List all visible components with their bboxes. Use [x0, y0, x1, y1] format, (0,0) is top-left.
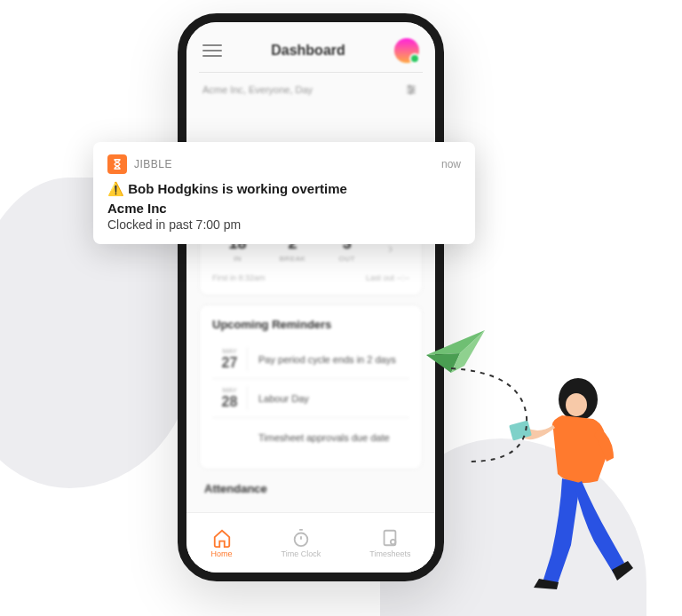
nav-timesheets-label: Timesheets [369, 549, 410, 558]
reminder-date: MAY 28 [212, 386, 248, 410]
reminder-month: MAY [212, 347, 247, 355]
attendance-heading: Attendance [186, 478, 435, 499]
first-in-text: First in 8:32am [212, 273, 266, 282]
timesheet-icon [380, 528, 400, 548]
reminder-text: Timesheet approvals due date [258, 432, 390, 443]
svg-point-8 [391, 539, 396, 544]
jibble-app-icon [107, 154, 127, 174]
svg-point-6 [295, 533, 308, 546]
reminder-text: Pay period cycle ends in 2 days [258, 354, 396, 365]
filter-summary: Acme Inc, Everyone, Day [202, 84, 313, 95]
notification-detail: Clocked in past 7:00 pm [107, 217, 461, 232]
home-icon [212, 528, 232, 548]
push-notification[interactable]: JIBBLE now ⚠️ Bob Hodgkins is working ov… [93, 142, 475, 244]
phone-screen: Dashboard Acme Inc, Everyone, Day Who's … [186, 22, 435, 573]
notification-subtitle: Acme Inc [107, 201, 461, 216]
avatar[interactable] [394, 38, 419, 63]
divider [199, 72, 423, 73]
reminder-item[interactable]: MAY 27 Pay period cycle ends in 2 days [212, 340, 409, 378]
svg-point-5 [409, 91, 411, 93]
bottom-nav: Home Time Clock Timesheets [186, 512, 435, 573]
phone-frame: Dashboard Acme Inc, Everyone, Day Who's … [178, 13, 444, 581]
filter-icon[interactable] [403, 83, 419, 96]
svg-point-13 [566, 393, 587, 416]
notification-title: ⚠️ Bob Hodgkins is working overtime [107, 181, 461, 197]
plane-trail [442, 364, 567, 479]
nav-home-label: Home [211, 549, 233, 558]
upcoming-reminders-card[interactable]: Upcoming Reminders MAY 27 Pay period cyc… [199, 304, 423, 470]
stopwatch-icon [291, 528, 311, 548]
page-title: Dashboard [271, 43, 345, 59]
filter-bar[interactable]: Acme Inc, Everyone, Day [186, 80, 435, 105]
nav-time-clock-label: Time Clock [282, 549, 321, 558]
stat-out-label: OUT [339, 255, 355, 263]
nav-time-clock[interactable]: Time Clock [282, 528, 321, 558]
nav-timesheets[interactable]: Timesheets [369, 528, 410, 558]
reminder-day: 27 [212, 355, 247, 371]
notification-time: now [441, 158, 461, 170]
notification-app: JIBBLE [107, 154, 172, 174]
reminder-month: MAY [212, 386, 247, 394]
stat-in-label: IN [229, 255, 247, 263]
stat-break-label: BREAK [280, 255, 306, 263]
svg-point-3 [412, 89, 414, 91]
reminder-day: 28 [212, 394, 247, 410]
last-out-text: Last out --:-- [366, 273, 409, 282]
reminder-text: Labour Day [258, 393, 309, 404]
svg-rect-7 [385, 530, 396, 545]
reminder-item[interactable]: .. Timesheet approvals due date [212, 417, 409, 456]
menu-icon[interactable] [202, 44, 222, 57]
notification-app-name: JIBBLE [134, 158, 172, 170]
reminder-item[interactable]: MAY 28 Labour Day [212, 378, 409, 417]
reminder-date: MAY 27 [212, 347, 248, 371]
nav-home[interactable]: Home [211, 528, 233, 558]
reminders-title: Upcoming Reminders [212, 318, 409, 331]
svg-point-1 [408, 85, 410, 87]
top-bar: Dashboard [186, 22, 435, 72]
